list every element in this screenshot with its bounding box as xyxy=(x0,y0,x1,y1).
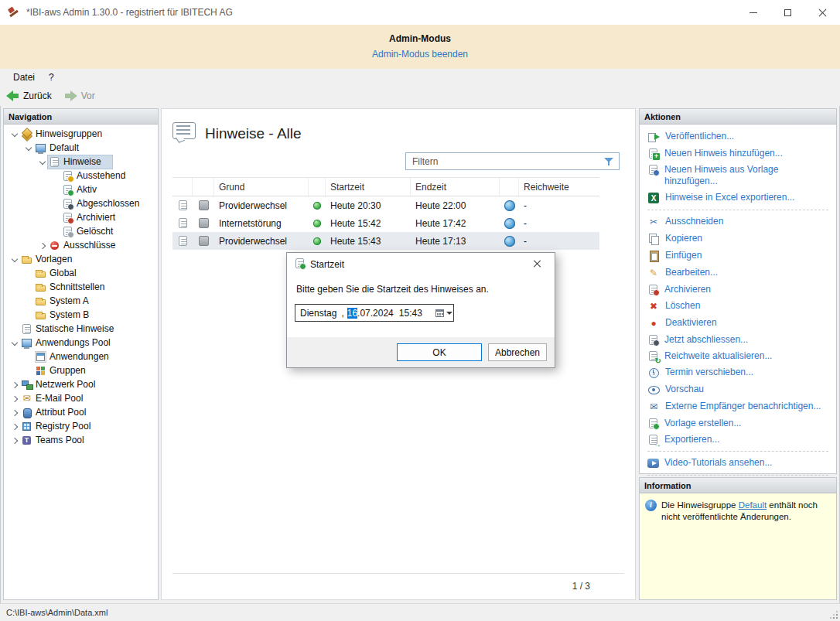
datetime-picker[interactable]: Dienstag , 16 .07.2024 15:43 xyxy=(295,304,454,322)
action-excel-export[interactable]: Hinweise in Excel exportieren... xyxy=(646,189,830,206)
tree-item-geloescht[interactable]: Gelöscht xyxy=(4,224,158,238)
tree-item-global[interactable]: Global xyxy=(4,266,158,280)
column-icon[interactable] xyxy=(172,178,193,196)
table-row[interactable]: Internetstörung Heute 15:42 Heute 17:42 … xyxy=(172,214,599,232)
tree-item-archiviert[interactable]: Archiviert xyxy=(4,210,158,224)
action-kopieren[interactable]: Kopieren xyxy=(646,230,830,247)
eye-icon xyxy=(647,384,660,396)
chevron-right-icon[interactable] xyxy=(38,241,48,251)
column-display[interactable] xyxy=(193,178,214,196)
admin-mode-exit-link[interactable]: Admin-Modus beenden xyxy=(372,49,468,60)
tree-item-statische-hinweise[interactable]: Statische Hinweise xyxy=(4,322,158,336)
cell-grund: Providerwechsel xyxy=(214,232,309,250)
action-loeschen[interactable]: Löschen xyxy=(646,298,830,315)
calendar-icon xyxy=(435,309,444,317)
chevron-right-icon[interactable] xyxy=(10,394,20,404)
tree-item-system-a[interactable]: System A xyxy=(4,294,158,308)
action-archivieren[interactable]: Archivieren xyxy=(646,281,830,298)
chevron-down-icon[interactable] xyxy=(38,157,48,167)
tree-item-gruppen[interactable]: Gruppen xyxy=(4,363,158,377)
chevron-down-icon[interactable] xyxy=(10,129,20,139)
column-scope[interactable] xyxy=(500,178,519,196)
video-icon xyxy=(647,459,659,468)
menu-datei[interactable]: Datei xyxy=(6,70,42,84)
chevron-right-icon[interactable] xyxy=(10,435,20,445)
action-termin-verschieben[interactable]: Termin verschieben... xyxy=(646,364,830,381)
chevron-down-icon[interactable] xyxy=(10,254,20,264)
action-reichweite-aktualisieren[interactable]: Reichweite aktualisieren... xyxy=(646,348,830,364)
column-grund[interactable]: Grund xyxy=(214,178,309,196)
tree-item-hinweisgruppen[interactable]: Hinweisgruppen xyxy=(4,127,158,141)
tree-item-email-pool[interactable]: E-Mail Pool xyxy=(4,391,158,405)
chevron-right-icon[interactable] xyxy=(10,380,20,390)
action-einfuegen[interactable]: Einfügen xyxy=(646,247,830,264)
globe-icon xyxy=(504,236,515,247)
tree-item-hinweise[interactable]: Hinweise xyxy=(4,155,158,169)
tree-item-attribut-pool[interactable]: Attribut Pool xyxy=(4,405,158,419)
action-vorschau[interactable]: Vorschau xyxy=(646,381,830,398)
tree-item-registry-pool[interactable]: Registry Pool xyxy=(4,419,158,433)
back-button[interactable]: Zurück xyxy=(6,90,52,101)
action-jetzt-abschliessen[interactable]: Jetzt abschliessen... xyxy=(646,332,830,348)
tree-label: Hinweise xyxy=(63,156,101,167)
menubar: Datei ? xyxy=(0,69,840,85)
filter-input[interactable] xyxy=(406,156,603,167)
archive-icon xyxy=(647,284,659,295)
day-segment-selected: 16 xyxy=(347,308,357,319)
column-status[interactable] xyxy=(309,178,326,196)
menu-help[interactable]: ? xyxy=(42,70,61,84)
column-reichweite[interactable]: Reichweite xyxy=(519,178,599,196)
action-externe-empfaenger[interactable]: Externe Empfänger benachrichtigen... xyxy=(646,398,830,415)
calendar-dropdown-button[interactable] xyxy=(435,305,453,321)
action-hinweis-aus-vorlage[interactable]: Neuen Hinweis aus Vorlage hinzufügen... xyxy=(646,162,830,189)
tree-item-ausstehend[interactable]: Ausstehend xyxy=(4,169,158,183)
dialog-close-button[interactable] xyxy=(520,254,554,274)
column-startzeit[interactable]: Startzeit xyxy=(326,178,411,196)
table-row-selected[interactable]: Providerwechsel Heute 15:43 Heute 17:13 … xyxy=(172,232,599,250)
excel-icon xyxy=(648,193,659,203)
action-deaktivieren[interactable]: Deaktivieren xyxy=(646,315,830,332)
registry-icon xyxy=(21,421,32,432)
filter-funnel-icon[interactable] xyxy=(603,155,615,168)
action-video-tutorials[interactable]: Video-Tutorials ansehen... xyxy=(646,455,830,472)
forward-button[interactable]: Vor xyxy=(64,90,95,101)
tree-item-netzwerk-pool[interactable]: Netzwerk Pool xyxy=(4,377,158,391)
separator xyxy=(647,475,828,476)
tree-item-vorlagen[interactable]: Vorlagen xyxy=(4,252,158,266)
action-veroeffentlichen[interactable]: Veröffentlichen... xyxy=(646,128,830,145)
tree-item-teams-pool[interactable]: Teams Pool xyxy=(4,433,158,447)
publish-icon xyxy=(647,131,660,143)
close-button[interactable] xyxy=(805,0,840,25)
action-neuer-hinweis[interactable]: Neuen Hinweis hinzufügen... xyxy=(646,145,830,162)
action-vorlage-erstellen[interactable]: Vorlage erstellen... xyxy=(646,415,830,432)
forward-label: Vor xyxy=(81,90,95,101)
minimize-button[interactable] xyxy=(736,0,770,25)
maximize-button[interactable] xyxy=(770,0,805,25)
tree-item-default[interactable]: Default xyxy=(4,141,158,155)
cell-startzeit: Heute 15:42 xyxy=(326,214,411,232)
cell-reichweite: - xyxy=(519,232,599,250)
tree-item-ausschluesse[interactable]: Ausschlüsse xyxy=(4,238,158,252)
chevron-right-icon[interactable] xyxy=(10,421,20,432)
tree-label: Anwendungen xyxy=(50,351,109,362)
tree-item-abgeschlossen[interactable]: Abgeschlossen xyxy=(4,196,158,210)
chevron-right-icon[interactable] xyxy=(10,408,20,418)
action-bearbeiten[interactable]: Bearbeiten... xyxy=(646,264,830,281)
default-group-link[interactable]: Default xyxy=(739,500,767,510)
tree-item-anwendungen[interactable]: Anwendungen xyxy=(4,350,158,363)
chevron-down-icon[interactable] xyxy=(24,143,34,153)
action-ausschneiden[interactable]: Ausschneiden xyxy=(646,213,830,230)
cancel-button[interactable]: Abbrechen xyxy=(488,343,547,361)
tree-item-schnittstellen[interactable]: Schnittstellen xyxy=(4,280,158,294)
chevron-down-icon xyxy=(446,312,452,315)
ok-button[interactable]: OK xyxy=(397,343,482,361)
column-endzeit[interactable]: Endzeit xyxy=(411,178,500,196)
tree-item-anwendungs-pool[interactable]: Anwendungs Pool xyxy=(4,336,158,350)
action-exportieren[interactable]: Exportieren... xyxy=(646,432,830,448)
folder-icon xyxy=(35,281,46,293)
chevron-down-icon[interactable] xyxy=(10,338,20,348)
tree-item-aktiv[interactable]: Aktiv xyxy=(4,183,158,196)
resize-grip[interactable] xyxy=(828,609,838,619)
table-row[interactable]: Providerwechsel Heute 20:30 Heute 22:00 … xyxy=(172,196,599,214)
tree-item-system-b[interactable]: System B xyxy=(4,308,158,322)
